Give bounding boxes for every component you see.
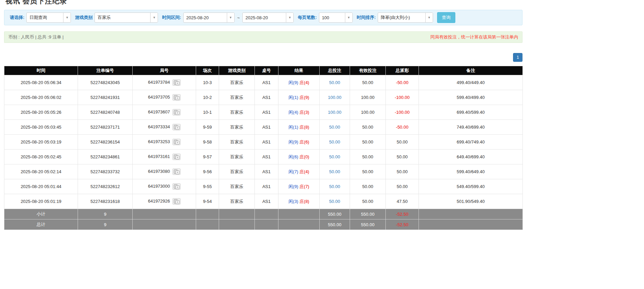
cell-total-bet[interactable]: 50.00 — [320, 150, 350, 164]
date-from-select[interactable]: 2025-08-20 ▼ — [183, 12, 235, 23]
result-banker: 庄(4) — [299, 80, 309, 85]
cell-game-type: 百家乐 — [219, 120, 255, 135]
cell-game-type: 百家乐 — [219, 105, 255, 120]
view-round-icon[interactable] — [172, 79, 181, 86]
cell-table-no: AS1 — [255, 179, 278, 194]
cell-table-no: AS1 — [255, 194, 278, 209]
page-size-select[interactable]: 100 ▼ — [319, 12, 353, 23]
pagination: 1 — [4, 53, 522, 62]
cell-bet-id: 522748243045 — [78, 75, 133, 90]
subtotal-label: 小计 — [4, 209, 78, 219]
cell-result: 闲(1) 庄(9) — [278, 90, 320, 105]
filter-bar: 请选择: 日期查询 ▼ 游戏类别 百家乐 ▼ 时间区间: 2025-08-20 … — [4, 10, 522, 25]
chevron-down-icon[interactable]: ▼ — [286, 13, 293, 22]
chevron-down-icon[interactable]: ▼ — [150, 13, 158, 22]
cell-valid-bet: 50.00 — [350, 179, 386, 194]
view-round-icon[interactable] — [172, 198, 181, 205]
result-banker: 庄(9) — [299, 95, 309, 100]
cell-session: 9-56 — [196, 164, 219, 179]
result-banker: 庄(6) — [299, 139, 309, 144]
table-row: 2025-08-20 05:01:44 522748232612 6419730… — [4, 179, 523, 194]
cell-round-id: 641973080 — [133, 164, 196, 179]
subtotal-count: 9 — [78, 209, 133, 219]
cell-session: 9-58 — [196, 135, 219, 150]
sort-order-select[interactable]: 降幂(由大到小) ▼ — [378, 12, 433, 23]
view-round-icon[interactable] — [172, 183, 181, 190]
cell-result: 闲(6) 庄(0) — [278, 150, 320, 164]
search-button[interactable]: 查询 — [437, 12, 455, 23]
cell-round-id: 641973607 — [133, 105, 196, 120]
cell-valid-bet: 100.00 — [350, 105, 386, 120]
game-type-label: 游戏类别 — [75, 15, 92, 21]
cell-remark: 699.40/599.40 — [419, 105, 523, 120]
result-player: 闲(6) — [289, 154, 298, 159]
view-round-icon[interactable] — [172, 168, 181, 175]
view-round-icon[interactable] — [172, 124, 181, 130]
summary-currency-count: 币别 : 人民币 | 总共 :9 注单 | — [8, 34, 64, 40]
result-banker: 庄(3) — [299, 110, 309, 115]
cell-total-bet[interactable]: 50.00 — [320, 179, 350, 194]
chevron-down-icon[interactable]: ▼ — [425, 13, 433, 22]
cell-round-id: 641973000 — [133, 179, 196, 194]
cell-result: 闲(9) 庄(6) — [278, 135, 320, 150]
cell-total-bet[interactable]: 50.00 — [320, 135, 350, 150]
sort-order-value: 降幂(由大到小) — [378, 15, 413, 21]
cell-total-bet[interactable]: 50.00 — [320, 164, 350, 179]
cell-session: 10-2 — [196, 90, 219, 105]
cell-total-bet[interactable]: 50.00 — [320, 194, 350, 209]
cell-result: 闲(3) 庄(8) — [278, 194, 320, 209]
cell-result: 闲(1) 庄(8) — [278, 120, 320, 135]
query-type-select[interactable]: 日期查询 ▼ — [26, 12, 71, 23]
table-row: 2025-08-20 05:05:26 522748240748 6419736… — [4, 105, 523, 120]
cell-total-bet[interactable]: 50.00 — [320, 75, 350, 90]
cell-result: 闲(9) 庄(4) — [278, 75, 320, 90]
cell-valid-bet: 50.00 — [350, 135, 386, 150]
cell-table-no: AS1 — [255, 150, 278, 164]
cell-payout: 50.00 — [386, 164, 419, 179]
date-to-select[interactable]: 2025-08-20 ▼ — [242, 12, 294, 23]
cell-remark: 599.40/649.40 — [419, 164, 523, 179]
page-title: 视讯 会员下注纪录 — [5, 0, 522, 6]
cell-game-type: 百家乐 — [219, 164, 255, 179]
cell-time: 2025-08-20 05:03:45 — [4, 120, 78, 135]
table-row: 2025-08-20 05:06:34 522748243045 6419737… — [4, 75, 523, 90]
cell-round-id: 641973784 — [133, 75, 196, 90]
subtotal-row: 小计 9 550.00 550.00 -52.50 — [4, 209, 523, 219]
summary-notice: 同局有效投注，统一计算在该局第一张注单内 — [430, 34, 518, 40]
result-banker: 庄(4) — [299, 169, 309, 174]
chevron-down-icon[interactable]: ▼ — [345, 13, 352, 22]
cell-total-bet[interactable]: 50.00 — [320, 120, 350, 135]
table-row: 2025-08-20 05:01:19 522748231618 6419729… — [4, 194, 523, 209]
col-header-table-no: 桌号 — [255, 66, 278, 75]
subtotal-total-bet: 550.00 — [320, 209, 350, 219]
subtotal-payout: -52.50 — [386, 209, 419, 219]
cell-round-id: 641972926 — [133, 194, 196, 209]
round-id-value: 641973253 — [148, 139, 170, 144]
view-round-icon[interactable] — [172, 139, 181, 145]
table-row: 2025-08-20 05:03:19 522748236154 6419732… — [4, 135, 523, 150]
cell-payout: -50.00 — [386, 120, 419, 135]
view-round-icon[interactable] — [172, 154, 181, 160]
sort-order-label: 时间排序: — [357, 15, 376, 21]
total-total-bet: 550.00 — [320, 219, 350, 230]
view-round-icon[interactable] — [172, 109, 181, 115]
view-round-icon[interactable] — [172, 94, 181, 101]
game-type-select[interactable]: 百家乐 ▼ — [95, 12, 158, 23]
page-button-1[interactable]: 1 — [513, 53, 522, 62]
round-id-value: 641973080 — [148, 169, 170, 174]
total-valid-bet: 550.00 — [350, 219, 386, 230]
cell-bet-id: 522748237171 — [78, 120, 133, 135]
table-row: 2025-08-20 05:02:14 522748233732 6419730… — [4, 164, 523, 179]
bet-records-table: 时间 注单编号 局号 场次 游戏类别 桌号 结果 总投注 有效投注 总派彩 备注… — [4, 66, 523, 230]
cell-valid-bet: 50.00 — [350, 164, 386, 179]
chevron-down-icon[interactable]: ▼ — [227, 13, 234, 22]
round-id-value: 641973705 — [148, 95, 170, 100]
cell-total-bet[interactable]: 100.00 — [320, 90, 350, 105]
cell-total-bet[interactable]: 100.00 — [320, 105, 350, 120]
chevron-down-icon[interactable]: ▼ — [63, 13, 71, 22]
col-header-payout: 总派彩 — [386, 66, 419, 75]
cell-game-type: 百家乐 — [219, 90, 255, 105]
cell-time: 2025-08-20 05:01:19 — [4, 194, 78, 209]
query-type-label: 请选择: — [10, 15, 24, 21]
col-header-remark: 备注 — [419, 66, 523, 75]
